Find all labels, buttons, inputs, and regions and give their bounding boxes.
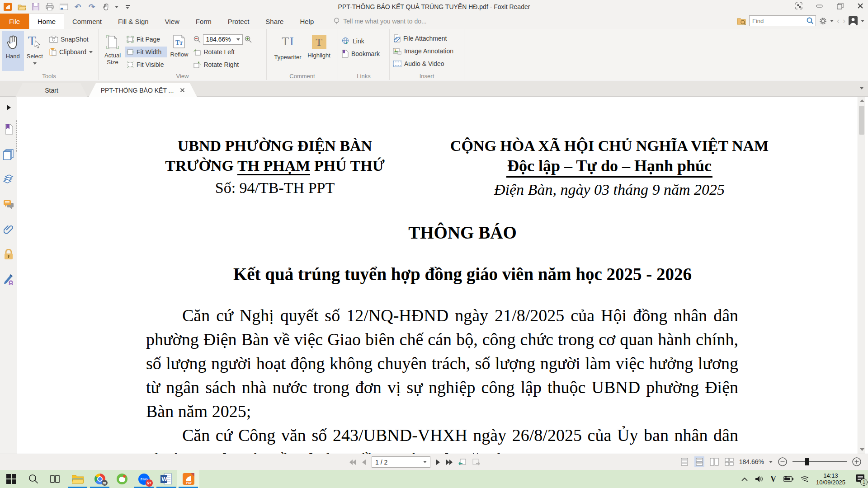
- email-icon[interactable]: [59, 2, 69, 12]
- layers-panel-icon[interactable]: [3, 174, 14, 184]
- taskbar-foxit[interactable]: PDF: [177, 470, 199, 488]
- account-avatar[interactable]: [849, 16, 858, 25]
- fit-width-button[interactable]: Fit Width: [125, 47, 167, 57]
- continuous-view-icon[interactable]: [694, 456, 704, 467]
- find-next-icon[interactable]: ›: [843, 17, 845, 25]
- link-button[interactable]: Link: [340, 36, 383, 47]
- bookmarks-panel-icon[interactable]: [3, 124, 14, 135]
- tab-open-document[interactable]: PPT-THÔNG BÁO KẾT ...: [89, 83, 197, 97]
- last-page-icon[interactable]: [446, 459, 453, 465]
- highlight-button[interactable]: T Highlight: [305, 31, 334, 71]
- pages-panel-icon[interactable]: [3, 149, 14, 160]
- file-attachment-button[interactable]: File Attachment: [392, 33, 457, 44]
- task-view-button[interactable]: [44, 470, 66, 488]
- taskbar-clock[interactable]: 14:13 10/09/2025: [816, 472, 845, 486]
- single-page-view-icon[interactable]: [679, 456, 689, 467]
- page-number-box[interactable]: 1 / 2: [372, 456, 430, 468]
- customize-quick-access-icon[interactable]: [123, 2, 132, 12]
- actual-size-button[interactable]: Actual Size: [100, 31, 125, 71]
- audio-video-button[interactable]: Audio & Video: [392, 58, 457, 69]
- search-folder-icon[interactable]: [737, 17, 746, 25]
- undo-icon[interactable]: ↶: [73, 2, 83, 12]
- taskbar-chrome[interactable]: m: [89, 470, 111, 488]
- scroll-down-arrow[interactable]: [860, 448, 864, 451]
- tray-unikey-icon[interactable]: V: [770, 474, 776, 484]
- tab-comment[interactable]: Comment: [64, 14, 110, 29]
- find-settings-gear-icon[interactable]: [819, 17, 827, 25]
- close-document-icon[interactable]: [180, 88, 185, 93]
- taskbar-word[interactable]: W: [155, 470, 177, 488]
- tab-start-page[interactable]: Start: [15, 83, 88, 97]
- tab-fill-sign[interactable]: Fill & Sign: [110, 14, 157, 29]
- taskbar-file-explorer[interactable]: [66, 470, 89, 488]
- reflow-button[interactable]: Tт Reflow: [167, 31, 191, 71]
- tab-help[interactable]: Help: [292, 14, 322, 29]
- find-input[interactable]: [749, 15, 816, 26]
- previous-view-icon[interactable]: [458, 459, 467, 466]
- zoom-slider-thumb[interactable]: [805, 458, 809, 465]
- tray-battery-icon[interactable]: [783, 476, 793, 482]
- facing-view-icon[interactable]: [709, 456, 719, 467]
- signature-panel-icon[interactable]: [3, 274, 14, 285]
- bookmark-button[interactable]: Bookmark: [340, 48, 383, 59]
- save-icon[interactable]: [31, 2, 41, 12]
- tray-wifi-icon[interactable]: [801, 476, 809, 482]
- hand-tool-dropdown-caret[interactable]: [115, 6, 118, 8]
- start-button[interactable]: [0, 470, 22, 488]
- comments-panel-icon[interactable]: [3, 199, 14, 210]
- expand-panel-icon[interactable]: [3, 102, 14, 113]
- minimize-button[interactable]: [816, 4, 823, 8]
- open-file-icon[interactable]: [17, 2, 27, 12]
- rotate-left-button[interactable]: Rotate Left: [192, 47, 256, 57]
- zoom-combobox[interactable]: 184.66%: [203, 34, 243, 45]
- zoom-in-icon[interactable]: [245, 36, 252, 43]
- zoom-out-icon[interactable]: [193, 36, 201, 43]
- zoom-slider[interactable]: [793, 461, 847, 462]
- find-settings-caret[interactable]: [830, 20, 834, 22]
- continuous-facing-view-icon[interactable]: [724, 456, 734, 467]
- image-annotation-button[interactable]: Image Annotation: [392, 46, 457, 56]
- tray-volume-icon[interactable]: [755, 475, 763, 483]
- redo-icon[interactable]: ↷: [87, 2, 97, 12]
- hand-tool-quick-icon[interactable]: [101, 2, 111, 12]
- find-magnifier-icon[interactable]: [807, 17, 814, 24]
- security-panel-icon[interactable]: [3, 249, 14, 260]
- rotate-right-button[interactable]: Rotate Right: [192, 59, 256, 70]
- scrollbar-thumb[interactable]: [859, 106, 864, 135]
- vertical-scrollbar[interactable]: [858, 97, 865, 454]
- scroll-up-arrow[interactable]: [860, 99, 864, 102]
- tab-share[interactable]: Share: [257, 14, 292, 29]
- fit-page-button[interactable]: Fit Page: [125, 34, 167, 45]
- layout-switch-icon[interactable]: [795, 2, 802, 9]
- print-icon[interactable]: [45, 2, 55, 12]
- tell-me-box[interactable]: Tell me what you want to do...: [334, 14, 426, 29]
- find-previous-icon[interactable]: ‹: [837, 17, 840, 25]
- pdf-page[interactable]: UBND PHƯỜNG ĐIỆN BÀN TRƯỜNG TH PHẠM PHÚ …: [17, 97, 858, 454]
- taskbar-coccoc[interactable]: [111, 470, 133, 488]
- restore-button[interactable]: [837, 3, 844, 9]
- fit-visible-button[interactable]: Fit Visible: [125, 59, 167, 70]
- tab-home[interactable]: Home: [29, 14, 64, 29]
- tab-file[interactable]: File: [0, 14, 29, 29]
- typewriter-button[interactable]: TI Typewriter: [271, 31, 305, 71]
- zoom-in-button[interactable]: [852, 457, 862, 467]
- attachments-panel-icon[interactable]: [3, 224, 14, 235]
- notification-center-button[interactable]: 1: [855, 474, 865, 484]
- tab-view[interactable]: View: [157, 14, 188, 29]
- hand-button[interactable]: Hand: [2, 31, 24, 71]
- tab-list-caret[interactable]: [860, 87, 863, 89]
- first-page-icon[interactable]: [349, 459, 356, 465]
- taskbar-search-button[interactable]: [22, 470, 44, 488]
- tray-chevron-icon[interactable]: [741, 477, 748, 481]
- next-page-icon[interactable]: [436, 459, 440, 465]
- tab-form[interactable]: Form: [188, 14, 220, 29]
- taskbar-zalo[interactable]: Zalo 5+: [133, 470, 155, 488]
- previous-page-icon[interactable]: [362, 459, 366, 465]
- tab-protect[interactable]: Protect: [220, 14, 258, 29]
- select-button[interactable]: T Select: [24, 31, 46, 71]
- snapshot-button[interactable]: SnapShot: [47, 34, 96, 45]
- account-caret[interactable]: [861, 20, 864, 22]
- zoom-out-button[interactable]: [778, 457, 788, 467]
- next-view-icon[interactable]: [472, 459, 480, 466]
- close-button[interactable]: [857, 3, 863, 9]
